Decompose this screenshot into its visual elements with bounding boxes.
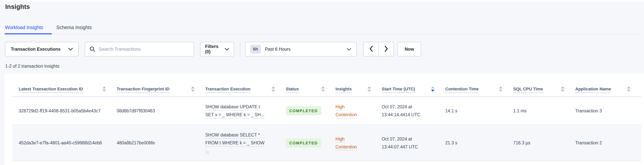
fingerprint-id-cell: 480a8b217be006fe (117, 139, 205, 147)
insights-table: Latest Transaction Execution ID Transact… (12, 74, 641, 161)
time-range-arrows (363, 42, 394, 57)
column-header-status[interactable]: Status (286, 86, 336, 92)
execution-id-cell: 328729d2-ff19-4408-8531-b05a5b4e43c7 (12, 107, 117, 115)
column-header-transaction-execution[interactable]: Transaction Execution (205, 86, 286, 92)
column-header-transaction-fingerprint-id[interactable]: Transaction Fingerprint ID (117, 86, 205, 92)
time-window-label: Past 6 Hours (265, 47, 347, 52)
column-header-latest-transaction-execution-id[interactable]: Latest Transaction Execution ID (12, 86, 117, 92)
sort-icon (272, 86, 275, 92)
sort-icon (191, 86, 194, 92)
application-name-cell: Transaction 3 (575, 107, 641, 115)
filters-button[interactable]: Filters (0) (200, 42, 234, 57)
time-window-badge: 6h (250, 45, 261, 54)
chevron-right-icon (384, 46, 388, 53)
search-icon (89, 46, 96, 52)
top-strip (0, 0, 644, 2)
transaction-execution-cell: SHOW database SELECT * FROM t WHERE k = … (205, 131, 286, 155)
page-title: Insights (5, 3, 30, 11)
statement-link[interactable]: ... (205, 147, 209, 155)
tab-schema-insights[interactable]: Schema Insights (56, 25, 92, 35)
column-header-start-time[interactable]: Start Time (UTC) (382, 86, 445, 92)
tab-bar-divider (4, 34, 640, 34)
statement-link[interactable]: SHOW database SELECT * (205, 131, 260, 139)
statement-link[interactable]: SET v = _ WHERE k = _ SH... (205, 111, 264, 119)
start-time-cell: Oct 07, 2024 at 13:44:14.4414 UTC (382, 103, 445, 119)
previous-range-button[interactable] (363, 42, 378, 57)
tab-active-indicator (4, 33, 52, 34)
chevron-down-icon (68, 48, 73, 51)
execution-id-cell: 452da3e7-e7fa-4801-aa40-c59988d14eb6 (12, 139, 117, 147)
column-header-sql-cpu-time[interactable]: SQL CPU Time (513, 86, 575, 92)
chevron-down-icon (347, 48, 351, 51)
sort-icon (561, 86, 564, 92)
sort-desc-icon (431, 86, 434, 92)
start-time-cell: Oct 07, 2024 at 13:44:07.447 UTC (382, 135, 445, 151)
chevron-down-icon (224, 48, 229, 51)
insight-link[interactable]: High Contention (336, 135, 364, 151)
results-count: 1-2 of 2 transaction insights (5, 64, 59, 69)
table-row: 452da3e7-e7fa-4801-aa40-c59988d14eb6 480… (12, 125, 641, 161)
insights-cell: High Contention (336, 135, 382, 151)
execution-type-value: Transaction Executions (11, 47, 60, 52)
controls-divider (240, 42, 240, 57)
application-name-cell: Transaction 2 (575, 139, 641, 147)
search-input[interactable] (98, 47, 190, 52)
contention-time-cell: 14.1 s (445, 107, 513, 115)
status-badge: COMPLETED (286, 139, 321, 147)
sort-icon (368, 86, 371, 92)
sort-icon (102, 86, 106, 92)
statement-link[interactable]: FROM t WHERE k = _ SHOW (205, 139, 264, 147)
sort-icon (321, 86, 325, 92)
status-badge: COMPLETED (286, 106, 321, 115)
sql-cpu-time-cell: 716.3 µs (513, 139, 575, 147)
insights-cell: High Contention (336, 103, 382, 119)
search-box (85, 42, 194, 57)
insights-table-card: Latest Transaction Execution ID Transact… (4, 74, 644, 165)
sort-icon (499, 86, 502, 92)
sort-icon (627, 86, 630, 92)
sql-cpu-time-cell: 1.1 ms (513, 107, 575, 115)
execution-type-select[interactable]: Transaction Executions (5, 42, 79, 57)
status-cell: COMPLETED (286, 139, 336, 147)
contention-time-cell: 21.3 s (445, 139, 513, 147)
statement-link[interactable]: SHOW database UPDATE t (205, 103, 260, 111)
insights-page: Insights Workload Insights Schema Insigh… (0, 0, 644, 165)
column-header-application-name[interactable]: Application Name (575, 86, 641, 92)
transaction-execution-cell: SHOW database UPDATE t SET v = _ WHERE k… (205, 103, 286, 119)
insight-link[interactable]: High Contention (336, 103, 364, 119)
column-header-insights[interactable]: Insights (336, 86, 382, 92)
status-cell: COMPLETED (286, 106, 336, 115)
chevron-left-icon (369, 46, 373, 53)
filters-label: Filters (0) (205, 44, 224, 54)
column-header-contention-time[interactable]: Contention Time (445, 86, 513, 92)
next-range-button[interactable] (378, 42, 394, 57)
now-button[interactable]: Now (398, 42, 421, 57)
fingerprint-id-cell: 08d8b7d97f830463 (117, 107, 205, 115)
time-range-picker[interactable]: 6h Past 6 Hours (245, 42, 357, 57)
table-header-row: Latest Transaction Execution ID Transact… (12, 74, 641, 97)
table-row: 328729d2-ff19-4408-8531-b05a5b4e43c7 08d… (12, 97, 641, 125)
